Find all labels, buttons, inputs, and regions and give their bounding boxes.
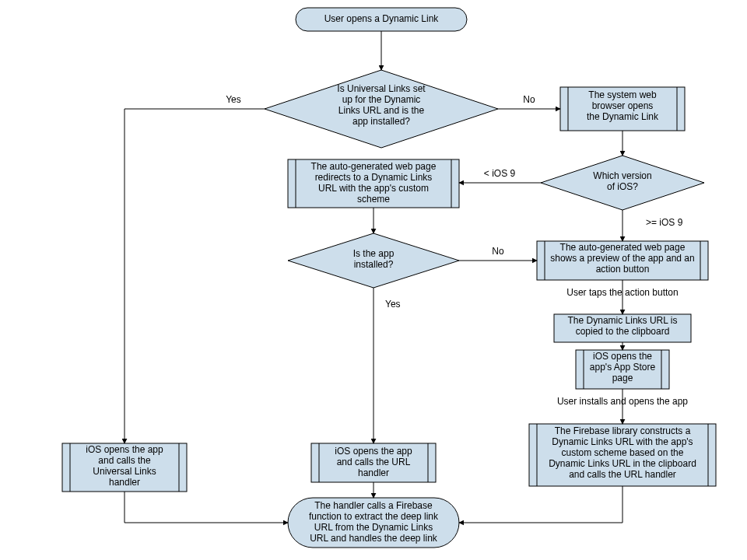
node-d-ios: Which versionof iOS? (541, 156, 704, 210)
node-p-browser: The system webbrowser opensthe Dynamic L… (560, 87, 685, 131)
label-yes: Yes (226, 94, 241, 105)
svg-text:The Dynamic Links URL iscopied: The Dynamic Links URL iscopied to the cl… (568, 315, 678, 337)
label-tap: User taps the action button (566, 287, 678, 298)
svg-text:User opens a Dynamic Link: User opens a Dynamic Link (324, 13, 440, 24)
svg-text:The Firebase library construct: The Firebase library constructs aDynamic… (549, 425, 696, 480)
label-lt9: < iOS 9 (484, 168, 516, 179)
svg-text:The handler calls a Firebasefu: The handler calls a Firebasefunction to … (309, 500, 439, 544)
svg-text:Is the appinstalled?: Is the appinstalled? (353, 248, 395, 270)
label-install: User installs and opens the app (557, 396, 688, 407)
svg-text:The system webbrowser opensthe: The system webbrowser opensthe Dynamic L… (587, 89, 659, 122)
flowchart: User opens a Dynamic Link Is Universal L… (0, 0, 747, 560)
edge (459, 486, 622, 523)
node-p-custom: The auto-generated web pageredirects to … (288, 159, 459, 208)
node-end: The handler calls a Firebasefunction to … (288, 498, 459, 548)
node-p-ulh: iOS opens the appand calls theUniversal … (62, 443, 187, 492)
node-p-store: iOS opens theapp's App Storepage (576, 350, 669, 389)
node-start: User opens a Dynamic Link (296, 8, 467, 31)
node-p-urlh: iOS opens the appand calls the URLhandle… (311, 443, 436, 482)
edge (124, 492, 288, 523)
label-ge9: >= iOS 9 (646, 217, 683, 228)
node-d-installed: Is the appinstalled? (288, 233, 459, 288)
node-p-clip: The Dynamic Links URL iscopied to the cl… (554, 314, 691, 342)
label-no: No (523, 94, 535, 105)
node-p-preview: The auto-generated web pageshows a previ… (537, 241, 708, 280)
label-yes2: Yes (385, 299, 401, 310)
node-p-firebase: The Firebase library constructs aDynamic… (529, 424, 716, 486)
edge-yes-ulinks (124, 109, 265, 443)
node-d-ulinks: Is Universal Links setup for the Dynamic… (265, 70, 498, 148)
label-no2: No (492, 246, 504, 257)
